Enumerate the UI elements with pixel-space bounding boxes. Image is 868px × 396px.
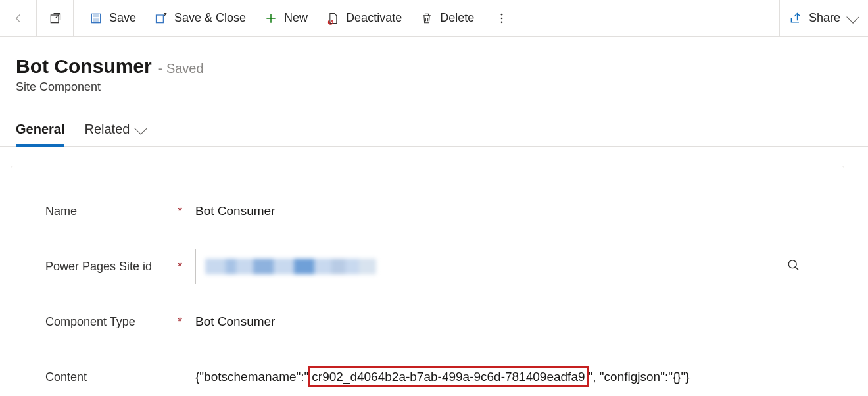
chevron-down-icon: [846, 10, 859, 23]
svg-point-8: [501, 21, 503, 23]
required-indicator: *: [178, 315, 182, 329]
required-indicator: *: [178, 205, 182, 218]
save-button[interactable]: Save: [80, 0, 145, 36]
popout-button[interactable]: [37, 0, 74, 36]
plus-icon: [264, 12, 277, 25]
content-prefix: {"botschemaname":": [195, 370, 308, 384]
command-section-main: Save Save & Close New Deactivate Delete: [74, 0, 520, 36]
chevron-down-icon: [135, 121, 148, 134]
delete-label: Delete: [440, 11, 474, 25]
deactivate-button[interactable]: Deactivate: [317, 0, 411, 36]
page-title: Bot Consumer: [16, 55, 152, 78]
name-value[interactable]: Bot Consumer: [195, 204, 809, 218]
trash-icon: [420, 12, 433, 25]
arrow-left-icon: [12, 12, 25, 25]
share-label: Share: [809, 11, 840, 25]
deactivate-icon: [326, 12, 339, 25]
page-header: Bot Consumer - Saved Site Component: [0, 37, 868, 101]
svg-point-9: [788, 260, 796, 268]
svg-point-7: [501, 17, 503, 19]
save-close-icon: [155, 12, 168, 25]
command-bar: Save Save & Close New Deactivate Delete …: [0, 0, 868, 37]
field-name: Name * Bot Consumer: [45, 193, 809, 230]
field-content: Content {"botschemaname":"cr902_d4064b2a…: [45, 359, 809, 395]
new-button[interactable]: New: [255, 0, 317, 36]
content-suffix: ", "configjson":"{}"}: [589, 370, 690, 384]
svg-rect-3: [93, 18, 99, 22]
tab-general[interactable]: General: [16, 118, 64, 146]
tab-related[interactable]: Related: [84, 118, 144, 146]
site-id-label: Power Pages Site id: [45, 260, 152, 274]
entity-subtitle: Site Component: [16, 80, 852, 94]
tab-related-label: Related: [84, 122, 130, 137]
content-highlighted: cr902_d4064b2a-b7ab-499a-9c6d-781409eadf…: [308, 366, 588, 387]
share-icon: [789, 12, 802, 25]
popout-icon: [49, 12, 62, 25]
form-scroll[interactable]: Name * Bot Consumer Power Pages Site id …: [11, 153, 868, 396]
save-status: - Saved: [158, 61, 204, 76]
svg-rect-4: [157, 15, 164, 23]
component-type-value[interactable]: Bot Consumer: [195, 314, 809, 329]
tabs: General Related: [0, 118, 868, 147]
more-commands-button[interactable]: [483, 0, 520, 36]
save-label: Save: [109, 11, 136, 25]
content-label: Content: [45, 370, 87, 384]
save-close-button[interactable]: Save & Close: [145, 0, 255, 36]
tab-general-label: General: [16, 122, 64, 137]
deactivate-label: Deactivate: [346, 11, 402, 25]
svg-point-6: [501, 13, 503, 15]
redacted-value: [205, 259, 376, 274]
component-type-label: Component Type: [45, 315, 135, 329]
field-component-type: Component Type * Bot Consumer: [45, 303, 809, 340]
more-vertical-icon: [495, 12, 508, 25]
delete-button[interactable]: Delete: [411, 0, 483, 36]
back-button[interactable]: [0, 0, 37, 36]
search-icon: [786, 259, 801, 273]
site-id-lookup[interactable]: [195, 249, 809, 284]
save-close-label: Save & Close: [174, 11, 246, 25]
svg-rect-2: [94, 14, 99, 16]
lookup-search-button[interactable]: [786, 259, 801, 275]
save-icon: [89, 12, 103, 25]
new-label: New: [284, 11, 308, 25]
share-button[interactable]: Share: [779, 0, 868, 36]
form-card: Name * Bot Consumer Power Pages Site id …: [11, 166, 844, 396]
name-label: Name: [45, 205, 77, 218]
content-value[interactable]: {"botschemaname":"cr902_d4064b2a-b7ab-49…: [195, 366, 809, 387]
field-site-id: Power Pages Site id *: [45, 248, 809, 285]
required-indicator: *: [178, 260, 182, 274]
